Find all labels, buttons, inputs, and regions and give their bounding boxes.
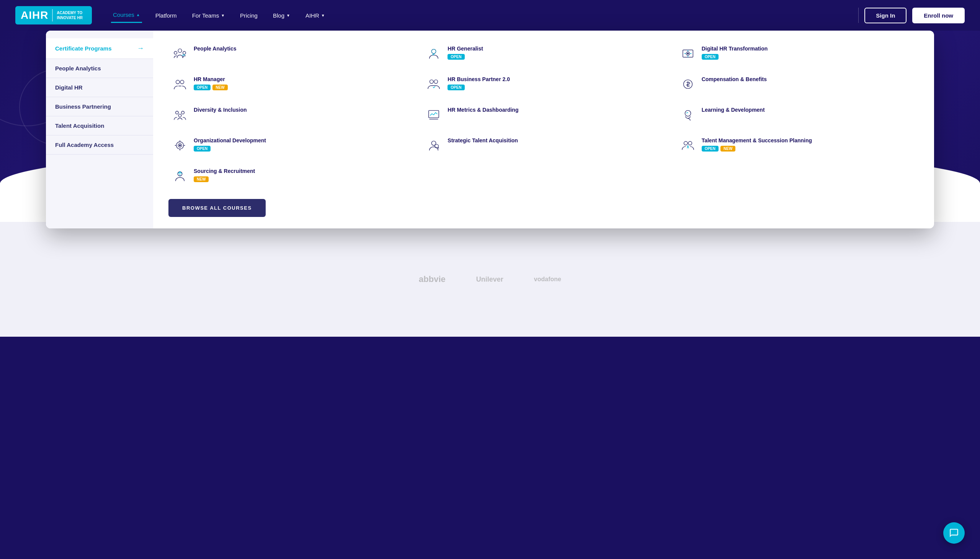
nav-courses[interactable]: Courses ▲	[111, 8, 142, 23]
badges: Open New	[194, 84, 408, 90]
enroll-button[interactable]: Enroll now	[912, 8, 965, 23]
svg-point-10	[430, 80, 434, 84]
nav-platform[interactable]: Platform	[154, 8, 179, 23]
course-info: Learning & Development	[702, 106, 916, 115]
badge-open: Open	[194, 146, 210, 152]
nav-for-teams[interactable]: For Teams ▼	[190, 8, 227, 23]
nav-aihr[interactable]: AIHR ▼	[304, 8, 327, 23]
companies-section: abbvie Unilever vodafone	[0, 222, 980, 337]
sidebar-item-full-academy[interactable]: Full Academy Access	[46, 136, 153, 155]
header: AIHR ACADEMY TOINNOVATE HR Courses ▲ Pla…	[0, 0, 980, 31]
diversity-icon	[172, 106, 188, 123]
company-vodafone: vodafone	[534, 276, 561, 283]
course-comp-benefits[interactable]: Compensation & Benefits	[676, 73, 919, 96]
course-info: Strategic Talent Acquisition	[447, 137, 662, 146]
logo[interactable]: AIHR ACADEMY TOINNOVATE HR	[15, 6, 92, 25]
company-abbvie: abbvie	[419, 275, 445, 284]
sidebar-item-talent-acquisition[interactable]: Talent Acquisition	[46, 116, 153, 136]
sidebar-item-people-analytics[interactable]: People Analytics	[46, 59, 153, 78]
courses-grid: People Analytics HR Generalist Open	[169, 42, 919, 187]
course-talent-mgmt[interactable]: Talent Management & Succession Planning …	[676, 134, 919, 157]
digital-hr-icon	[679, 45, 696, 62]
hr-metrics-icon	[425, 106, 442, 123]
course-hr-metrics[interactable]: HR Metrics & Dashboarding	[422, 103, 665, 126]
svg-point-23	[684, 142, 687, 146]
arrow-right-icon: →	[137, 45, 144, 53]
course-digital-hr[interactable]: Digital HR Transformation Open	[676, 42, 919, 65]
course-name: Learning & Development	[702, 106, 916, 113]
course-name: Sourcing & Recruitment	[194, 168, 408, 174]
svg-point-13	[176, 111, 179, 114]
course-name: Strategic Talent Acquisition	[447, 137, 662, 144]
hr-manager-icon	[172, 76, 188, 93]
menu-sidebar: Certificate Programs → People Analytics …	[46, 31, 153, 228]
browse-all-courses-button[interactable]: BROWSE ALL COURSES	[169, 199, 266, 217]
course-people-analytics[interactable]: People Analytics	[169, 42, 411, 65]
badges: New	[194, 176, 408, 182]
course-sourcing[interactable]: Sourcing & Recruitment New	[169, 165, 411, 187]
badge-open: Open	[447, 54, 464, 60]
svg-point-4	[432, 50, 436, 54]
chat-button[interactable]	[943, 522, 965, 544]
badges: Open New	[702, 146, 916, 152]
course-name: People Analytics	[194, 45, 408, 52]
people-analytics-icon	[172, 45, 188, 62]
badge-open: Open	[194, 84, 210, 90]
course-info: HR Manager Open New	[194, 76, 408, 90]
badges: Open	[194, 146, 408, 152]
sidebar-item-digital-hr[interactable]: Digital HR	[46, 78, 153, 97]
course-hr-manager[interactable]: HR Manager Open New	[169, 73, 411, 96]
course-info: Compensation & Benefits	[702, 76, 916, 84]
chevron-up-icon: ▲	[136, 13, 140, 17]
learning-dev-icon	[679, 106, 696, 123]
badge-open: Open	[702, 146, 718, 152]
badges: Open	[447, 54, 662, 60]
course-diversity[interactable]: Diversity & Inclusion	[169, 103, 411, 126]
chevron-down-icon-aihr: ▼	[321, 13, 325, 18]
svg-point-0	[178, 49, 182, 53]
svg-point-2	[183, 51, 186, 55]
course-info: Organizational Development Open	[194, 137, 408, 152]
course-name: Compensation & Benefits	[702, 76, 916, 83]
badge-new: New	[720, 146, 735, 152]
sidebar-item-certificate[interactable]: Certificate Programs →	[46, 38, 153, 59]
chevron-down-icon-blog: ▼	[286, 13, 290, 18]
course-talent-acq[interactable]: Strategic Talent Acquisition	[422, 134, 665, 157]
svg-point-14	[182, 111, 184, 114]
logo-subtitle: ACADEMY TOINNOVATE HR	[57, 10, 82, 20]
course-learning-dev[interactable]: Learning & Development	[676, 103, 919, 126]
chat-icon	[949, 528, 959, 538]
badges: Open	[447, 84, 662, 90]
comp-benefits-icon	[679, 76, 696, 93]
course-info: HR Metrics & Dashboarding	[447, 106, 662, 115]
course-name: Diversity & Inclusion	[194, 106, 408, 113]
badge-open: Open	[702, 54, 718, 60]
nav-pricing[interactable]: Pricing	[238, 8, 260, 23]
svg-point-9	[180, 80, 184, 84]
hr-generalist-icon	[425, 45, 442, 62]
badge-open: Open	[447, 84, 464, 90]
course-hr-business-partner[interactable]: HR Business Partner 2.0 Open	[422, 73, 665, 96]
course-name: HR Business Partner 2.0	[447, 76, 662, 83]
nav-blog[interactable]: Blog ▼	[271, 8, 292, 23]
course-info: HR Generalist Open	[447, 45, 662, 60]
svg-point-7	[687, 53, 689, 55]
badge-new: New	[212, 84, 227, 90]
course-org-dev[interactable]: Organizational Development Open	[169, 134, 411, 157]
signin-button[interactable]: Sign In	[864, 8, 907, 23]
talent-acq-icon	[425, 137, 442, 154]
course-info: HR Business Partner 2.0 Open	[447, 76, 662, 90]
menu-content: People Analytics HR Generalist Open	[153, 31, 934, 228]
course-info: Digital HR Transformation Open	[702, 45, 916, 60]
svg-point-17	[685, 111, 690, 116]
company-unilever: Unilever	[476, 276, 503, 283]
course-hr-generalist[interactable]: HR Generalist Open	[422, 42, 665, 65]
course-name: HR Generalist	[447, 45, 662, 52]
course-name: HR Metrics & Dashboarding	[447, 106, 662, 113]
svg-point-1	[174, 51, 177, 55]
course-name: Digital HR Transformation	[702, 45, 916, 52]
svg-point-20	[179, 145, 181, 146]
svg-point-8	[176, 80, 180, 84]
header-divider	[858, 8, 859, 23]
sidebar-item-business-partnering[interactable]: Business Partnering	[46, 97, 153, 116]
